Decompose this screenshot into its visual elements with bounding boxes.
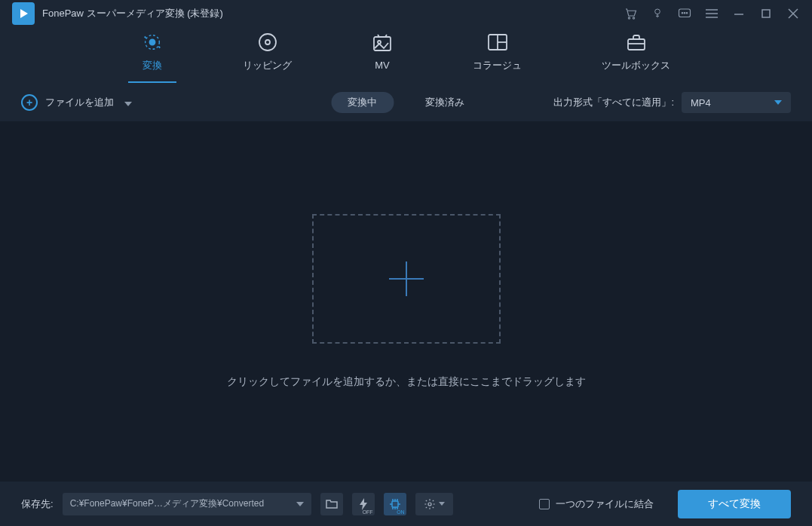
svg-marker-0 xyxy=(20,9,28,18)
nav-ripping[interactable]: リッピング xyxy=(229,29,305,83)
nav-ripping-label: リッピング xyxy=(243,59,292,72)
svg-marker-31 xyxy=(360,498,367,510)
nav-toolbox[interactable]: ツールボックス xyxy=(588,29,684,83)
nav-toolbox-label: ツールボックス xyxy=(602,59,670,72)
save-path-input[interactable]: C:¥FonePaw¥FoneP…メディア変換¥Converted xyxy=(63,493,289,515)
merge-label: 一つのファイルに結合 xyxy=(556,497,654,511)
svg-marker-30 xyxy=(296,502,304,506)
gpu-toggle[interactable]: ON xyxy=(384,493,406,515)
maximize-icon[interactable] xyxy=(759,7,773,20)
open-folder-button[interactable] xyxy=(320,493,343,515)
key-icon[interactable] xyxy=(651,7,664,20)
svg-rect-24 xyxy=(628,39,645,50)
svg-point-7 xyxy=(686,13,688,14)
collage-icon xyxy=(487,32,508,53)
ripping-icon xyxy=(257,32,278,53)
add-file-label: ファイルを追加 xyxy=(45,96,114,109)
nav-mv[interactable]: MV xyxy=(358,29,406,81)
svg-point-3 xyxy=(655,9,660,14)
chip-icon xyxy=(389,498,401,510)
svg-point-6 xyxy=(684,13,685,14)
convert-all-button[interactable]: すべて変換 xyxy=(678,490,791,518)
cart-icon[interactable] xyxy=(624,7,637,20)
minimize-icon[interactable] xyxy=(732,7,746,20)
svg-marker-27 xyxy=(774,100,782,105)
nav-convert-label: 変換 xyxy=(142,59,162,72)
lightning-icon xyxy=(359,498,368,510)
svg-point-41 xyxy=(428,503,431,506)
drop-zone[interactable] xyxy=(312,214,501,344)
output-format-label: 出力形式「すべてに適用」: xyxy=(553,96,674,109)
save-to-label: 保存先: xyxy=(21,497,54,511)
svg-point-2 xyxy=(633,17,634,19)
svg-marker-42 xyxy=(439,502,445,506)
lightning-toggle[interactable]: OFF xyxy=(352,493,375,515)
plus-circle-icon: + xyxy=(21,94,38,111)
close-icon[interactable] xyxy=(786,7,800,20)
plus-icon xyxy=(388,260,425,298)
convert-icon xyxy=(142,32,163,53)
drop-hint-text: クリックしてファイルを追加するか、または直接にここまでドラッグします xyxy=(227,375,586,389)
lightning-state: OFF xyxy=(363,509,373,515)
toolbox-icon xyxy=(626,32,647,53)
gear-icon xyxy=(424,498,436,510)
app-title: FonePaw スーパーメディア変換 (未登録) xyxy=(42,7,223,20)
chevron-down-icon xyxy=(439,502,445,506)
add-file-button[interactable]: + ファイルを追加 xyxy=(21,94,132,111)
svg-point-18 xyxy=(265,40,270,44)
settings-button[interactable] xyxy=(415,493,453,515)
nav-convert[interactable]: 変換 xyxy=(128,29,176,83)
nav-collage[interactable]: コラージュ xyxy=(459,29,535,83)
svg-point-16 xyxy=(149,39,155,44)
save-path-dropdown[interactable] xyxy=(289,493,311,515)
chevron-down-icon xyxy=(774,100,782,105)
folder-icon xyxy=(326,499,338,509)
nav-collage-label: コラージュ xyxy=(473,59,522,72)
svg-point-1 xyxy=(628,17,630,19)
mv-icon xyxy=(372,32,393,54)
merge-checkbox[interactable] xyxy=(539,499,550,509)
svg-rect-32 xyxy=(392,501,398,507)
svg-marker-26 xyxy=(124,102,132,106)
menu-icon[interactable] xyxy=(705,7,719,20)
app-logo xyxy=(12,2,35,25)
chevron-down-icon[interactable] xyxy=(124,96,132,109)
tab-converting[interactable]: 変換中 xyxy=(331,92,394,113)
tab-converted[interactable]: 変換済み xyxy=(409,92,481,113)
nav-mv-label: MV xyxy=(375,60,390,71)
output-format-select[interactable]: MP4 xyxy=(682,92,791,113)
svg-point-5 xyxy=(682,13,683,14)
feedback-icon[interactable] xyxy=(678,7,691,20)
svg-rect-12 xyxy=(762,10,770,17)
gpu-state: ON xyxy=(397,509,405,515)
svg-point-17 xyxy=(259,34,276,50)
output-format-value: MP4 xyxy=(691,97,711,109)
